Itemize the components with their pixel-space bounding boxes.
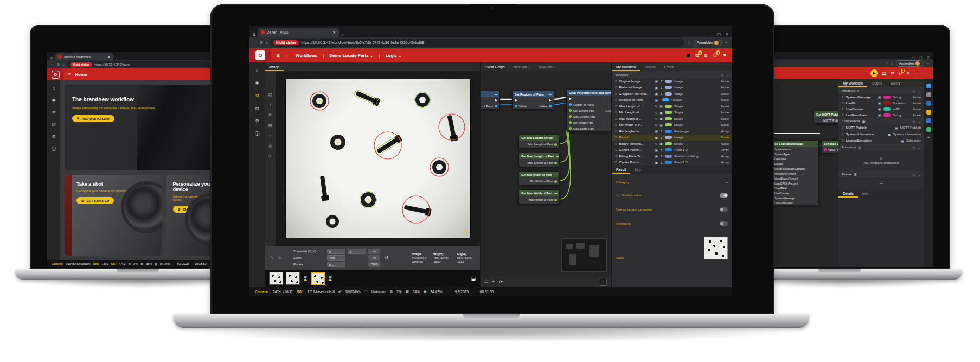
image-thumbnail[interactable] (286, 272, 300, 285)
add-icon[interactable]: + (927, 136, 930, 139)
sign-in-button[interactable]: Anmelden (896, 60, 923, 67)
settings-icon[interactable]: ⚙ (52, 134, 55, 139)
new-tab-icon[interactable]: + (341, 33, 343, 37)
exec-port[interactable] (495, 99, 497, 102)
publish-value-toggle[interactable] (720, 193, 728, 198)
result-value-thumbnail[interactable] (704, 237, 728, 259)
tab-errors[interactable]: Errors (887, 79, 905, 87)
users-icon[interactable]: ⚇3 (898, 71, 902, 76)
chevron-down-icon[interactable]: ⌄ (918, 145, 921, 149)
search-icon[interactable] (926, 92, 931, 97)
translate-y-input[interactable]: 0 (348, 249, 366, 254)
info-icon[interactable]: ⓘ (255, 131, 259, 137)
data-port[interactable] (549, 105, 552, 107)
display-code-icon[interactable]: ⧉1 (695, 53, 699, 59)
variables-section-header[interactable]: Variables ⌗ ◎⌄ (612, 71, 732, 78)
visibility-icon[interactable]: ◎ (913, 173, 915, 176)
tab-event-graph[interactable]: Event Graph (481, 62, 509, 71)
measure-icon[interactable]: ⌗ (269, 134, 271, 138)
add-node-button[interactable]: + (599, 278, 607, 286)
graph-node[interactable]: Get MQTT Publish— MQTT Publish (814, 111, 838, 124)
table-row[interactable]: ≡Cropped Filter Ima...▣↥ImageNone (612, 91, 732, 97)
app-logo-block[interactable]: O (47, 68, 63, 80)
table-row[interactable]: ≡Center Points ...▣↥Point 2 DArray (612, 147, 732, 154)
tab-result[interactable]: Result (612, 166, 630, 174)
url-field[interactable]: Nicht sicher https://10.30.4.243/home (67, 61, 227, 67)
add-category-icon[interactable]: + (726, 181, 728, 184)
back-arrow-icon[interactable]: ← (285, 53, 290, 58)
screen-share-icon[interactable]: ⧉ (891, 71, 894, 76)
tab-overview-icon[interactable]: ⧉ (253, 33, 255, 37)
visibility-icon[interactable]: ◎ (913, 145, 915, 149)
image-viewport[interactable]: ⌖ (276, 71, 480, 246)
zoom-input[interactable]: 100 (327, 255, 345, 261)
tab-details[interactable]: Details (838, 189, 858, 198)
table-row[interactable]: ≡Max Length of ...▽▣SingleNone (612, 103, 732, 110)
data-port[interactable] (515, 105, 517, 107)
table-row[interactable]: ≡Regions of Parts▣ RegionNone (612, 97, 732, 104)
tab-my-workflow[interactable]: My Workflow (612, 62, 640, 71)
visibility-icon[interactable]: ◎ (721, 73, 723, 77)
window-maximize-icon[interactable]: ▢ (717, 32, 721, 37)
tab-output[interactable]: Output (640, 62, 660, 71)
visibility-icon[interactable]: ◎ (268, 144, 272, 148)
more-icon[interactable]: ⋯ (926, 61, 929, 65)
menu-icon[interactable]: ≡ (277, 53, 280, 59)
tab-output[interactable]: Output (867, 79, 887, 87)
tab-close-icon[interactable]: ✕ (107, 55, 110, 59)
graph-node[interactable]: Serialize Json— ValuePublish (821, 140, 838, 153)
close-icon[interactable]: ✕ (722, 53, 727, 58)
users-icon[interactable]: ⚇1 (713, 53, 717, 58)
persistent-toggle[interactable] (720, 221, 728, 226)
window-close-icon[interactable]: ✕ (725, 32, 729, 37)
data-port[interactable] (554, 143, 557, 146)
refresh-icon[interactable]: ⟳ (499, 280, 503, 284)
exec-port[interactable] (549, 99, 552, 102)
graph-node[interactable]: — ...n of Parts (481, 91, 500, 110)
search-icon[interactable]: ⌕ (886, 61, 887, 65)
app-logo-block[interactable]: O (249, 48, 271, 62)
graph-node[interactable]: Get Min Length of Part— Min Length of Pa… (518, 134, 560, 149)
collapse-icon[interactable]: — (554, 192, 558, 195)
favorites-icon[interactable]: ☆ (891, 61, 893, 65)
window-minimize-icon[interactable]: — (912, 55, 915, 59)
window-maximize-icon[interactable]: ▢ (919, 55, 923, 59)
graph-node[interactable]: Make LogisticMessage— SystemName SystemT… (768, 140, 819, 206)
copilot-icon[interactable] (926, 84, 931, 88)
graph-node[interactable]: Get Max Width of Part— Max Width of Part (518, 189, 560, 204)
data-port[interactable] (554, 180, 557, 183)
table-row[interactable]: ≡Max Width of ...▽▣SingleNone (612, 116, 732, 122)
tab-close-icon[interactable]: ✕ (332, 30, 336, 35)
table-row[interactable]: ≡LiveCounter▣Int32None (838, 106, 924, 112)
tab-image[interactable]: Image (265, 62, 284, 71)
zoom-in-icon[interactable]: ⊕ (278, 255, 282, 261)
table-row[interactable]: ≡Rectangles to ...▣↥RectangleArray (612, 128, 732, 135)
outlook-icon[interactable] (926, 118, 931, 123)
camera-icon[interactable]: ◉ (255, 80, 259, 85)
home-icon[interactable]: ⌂ (256, 68, 259, 73)
table-row[interactable]: ≡Reduced Image▣↥ImageNone (612, 85, 732, 91)
locate-icon[interactable]: ⌖ (492, 279, 495, 284)
table-row[interactable]: ≡LogisticScheduler▣Scheduler (838, 137, 924, 144)
collapse-icon[interactable]: — (814, 142, 817, 145)
reload-icon[interactable]: ⟳ (260, 41, 263, 45)
graph-node[interactable]: Crop Potential Parts and save Coordin...… (566, 89, 611, 132)
data-port[interactable] (554, 199, 557, 201)
events-section-header[interactable]: Events ☰ ◎⌄ (838, 171, 924, 177)
sheets-icon[interactable] (926, 127, 931, 132)
rotate-select[interactable]: 0 ⌄ (327, 262, 345, 267)
crosshair-icon[interactable]: ⌖ (464, 228, 466, 234)
graph-node[interactable]: Get Max Length of Part— Max Length of Pa… (518, 153, 560, 167)
table-row[interactable]: ≡Min Length of ...▽▣SingleNone (612, 110, 732, 116)
reset-view-icon[interactable]: ↺ (385, 255, 389, 261)
table-row[interactable]: ≡Center Points ...▣↥Point 2 DArray (612, 160, 732, 166)
bookmarks-icon[interactable] (926, 110, 931, 115)
translate-x-input[interactable]: 0 (327, 249, 345, 254)
url-field[interactable]: Nicht sicher https://10.30.3.47/workflow… (271, 39, 684, 47)
data-port[interactable] (569, 121, 572, 124)
tab-new-tab-1[interactable]: New Tab 1 (509, 62, 535, 71)
tab-info[interactable]: Info (630, 166, 645, 174)
browser-tab[interactable]: evoVIU Smartcam ✕ (55, 53, 113, 60)
duplicate-icon[interactable]: ⧉ (269, 113, 272, 117)
data-port[interactable] (569, 109, 572, 112)
